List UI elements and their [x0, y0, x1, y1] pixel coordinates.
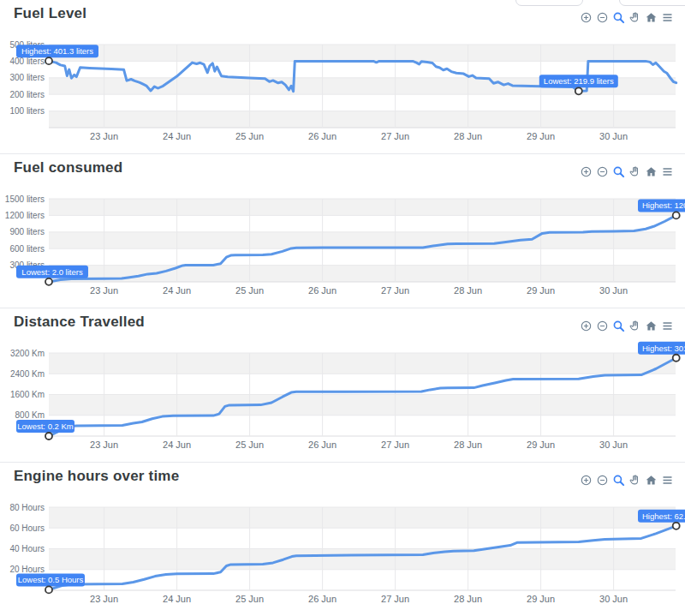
x-axis-label: 26 Jun: [308, 440, 337, 450]
annotation-marker: [673, 355, 680, 362]
grid-band: [49, 248, 676, 265]
home-icon[interactable]: [645, 320, 658, 332]
pan-icon[interactable]: [628, 165, 641, 178]
x-axis-label: 23 Jun: [90, 131, 118, 141]
x-axis-label: 23 Jun: [90, 285, 118, 296]
pan-icon[interactable]: [628, 474, 641, 487]
y-axis-label: 100 liters: [9, 106, 45, 116]
x-axis-label: 29 Jun: [527, 131, 555, 141]
annotation-label: Lowest: 2.0 liters: [21, 267, 83, 277]
menu-icon[interactable]: [661, 474, 674, 487]
grid-band: [49, 94, 676, 111]
x-axis-label: 24 Jun: [163, 285, 191, 296]
y-axis-label: 1600 Km: [10, 390, 45, 399]
grid-band: [49, 528, 676, 548]
zoom-out-icon[interactable]: [596, 320, 609, 332]
pan-icon[interactable]: [628, 320, 641, 332]
zoom-out-icon[interactable]: [596, 474, 609, 487]
menu-icon[interactable]: [661, 165, 674, 178]
x-axis-label: 23 Jun: [90, 440, 118, 450]
y-axis-label: 400 liters: [9, 57, 45, 66]
grid-band: [49, 215, 676, 231]
x-axis-label: 25 Jun: [235, 440, 264, 450]
selection-zoom-icon[interactable]: [612, 474, 625, 487]
cropped-input-fragment[interactable]: [619, 0, 685, 6]
annotation-label: Lowest: 219.9 liters: [544, 76, 614, 86]
chart-toolbar: [580, 11, 674, 24]
x-axis-label: 30 Jun: [599, 285, 628, 296]
y-axis-label: 900 liters: [9, 227, 45, 236]
x-axis-label: 27 Jun: [381, 131, 409, 141]
x-axis-label: 29 Jun: [527, 440, 555, 450]
x-axis-label: 28 Jun: [454, 594, 482, 604]
grid-band: [49, 232, 676, 248]
pan-icon[interactable]: [628, 11, 641, 24]
chart-panel-fuel-level: 500 liters400 liters300 liters200 liters…: [0, 0, 685, 154]
x-axis-label: 26 Jun: [308, 594, 337, 604]
y-axis-label: 60 Hours: [9, 523, 45, 533]
annotation-marker: [673, 212, 680, 218]
x-axis-label: 30 Jun: [599, 440, 628, 450]
x-axis-label: 28 Jun: [454, 285, 482, 296]
x-axis-label: 24 Jun: [163, 594, 191, 604]
grid-band: [49, 199, 676, 215]
chart-panel-engine-hours-over-time: 80 Hours60 Hours40 Hours20 Hours23 Jun24…: [0, 463, 685, 616]
grid-band: [49, 395, 676, 416]
cropped-input-fragment[interactable]: [515, 0, 583, 6]
zoom-in-icon[interactable]: [580, 320, 593, 332]
chart-toolbar: [580, 474, 674, 487]
annotation-label: Highest: 301: [642, 344, 685, 353]
x-axis-label: 26 Jun: [308, 285, 337, 296]
y-axis-label: 300 liters: [9, 73, 45, 82]
annotation-label: Lowest: 0.5 Hours: [18, 575, 84, 584]
x-axis-label: 28 Jun: [454, 131, 482, 141]
annotation-marker: [575, 87, 582, 94]
grid-band: [49, 266, 676, 282]
y-axis-label: 600 liters: [9, 244, 45, 254]
chart-toolbar: [580, 320, 674, 332]
home-icon[interactable]: [645, 165, 658, 178]
zoom-out-icon[interactable]: [596, 11, 609, 24]
y-axis-label: 3200 Km: [10, 349, 45, 358]
x-axis-label: 28 Jun: [454, 440, 482, 450]
selection-zoom-icon[interactable]: [612, 320, 625, 332]
y-axis-label: 1500 liters: [5, 194, 45, 204]
chart-title: Fuel Level: [14, 5, 86, 22]
chart-panel-distance-travelled: 3200 Km2400 Km1600 Km800 Km23 Jun24 Jun2…: [0, 308, 685, 463]
home-icon[interactable]: [645, 11, 658, 24]
grid-band: [49, 353, 676, 374]
home-icon[interactable]: [645, 474, 658, 487]
chart-title: Engine hours over time: [14, 468, 179, 485]
zoom-in-icon[interactable]: [580, 165, 593, 178]
y-axis-label: 800 Km: [15, 410, 45, 420]
chart-title: Distance Travelled: [14, 314, 145, 331]
selection-zoom-icon[interactable]: [612, 165, 625, 178]
x-axis-label: 27 Jun: [381, 594, 409, 604]
zoom-in-icon[interactable]: [580, 474, 593, 487]
chart-title: Fuel consumed: [14, 159, 122, 176]
menu-icon[interactable]: [661, 320, 674, 332]
x-axis-label: 25 Jun: [235, 131, 264, 141]
menu-icon[interactable]: [661, 11, 674, 24]
y-axis-label: 80 Hours: [9, 503, 45, 512]
annotation-label: Highest: 401.3 liters: [21, 46, 93, 56]
chart-panels-container: 500 liters400 liters300 liters200 liters…: [0, 0, 685, 616]
x-axis-label: 29 Jun: [527, 594, 555, 604]
annotation-marker: [45, 586, 52, 593]
zoom-in-icon[interactable]: [580, 11, 593, 24]
x-axis-label: 27 Jun: [381, 285, 409, 296]
chart-toolbar: [580, 165, 674, 178]
x-axis-label: 30 Jun: [599, 131, 628, 141]
selection-zoom-icon[interactable]: [612, 11, 625, 24]
grid-band: [49, 416, 676, 436]
fleet-charts-page: { "colors": { "line": "#5b97e8", "annota…: [0, 0, 685, 616]
grid-band: [49, 45, 676, 61]
y-axis-label: 20 Hours: [9, 565, 45, 574]
x-axis-label: 24 Jun: [163, 131, 191, 141]
annotation-label: Lowest: 0.2 Km: [17, 422, 74, 431]
grid-band: [49, 507, 676, 528]
y-axis-label: 1200 liters: [5, 211, 45, 220]
zoom-out-icon[interactable]: [596, 165, 609, 178]
annotation-marker: [45, 433, 52, 440]
x-axis-label: 25 Jun: [235, 285, 264, 296]
